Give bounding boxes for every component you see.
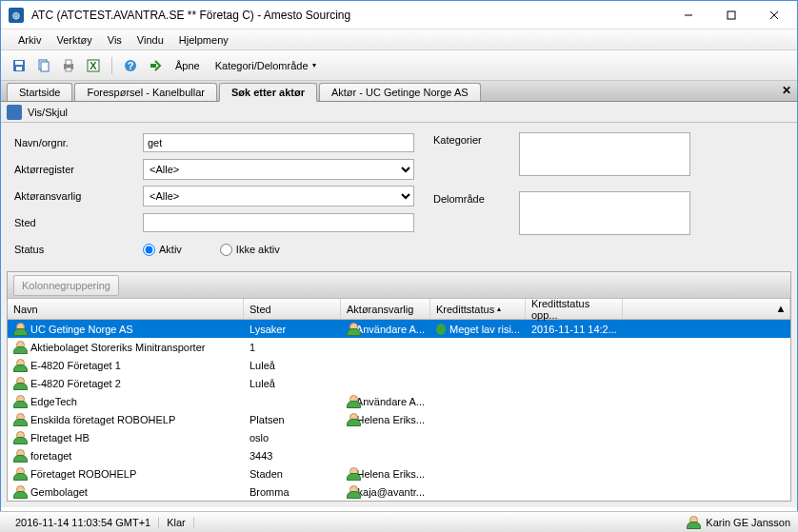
col-sted[interactable]: Sted — [244, 299, 341, 319]
search-form: Navn/orgnr. Aktørregister <Alle> Aktøran… — [1, 123, 797, 271]
svg-rect-1 — [728, 11, 735, 19]
table-row[interactable]: Aktiebolaget Storeriks Minitransporter1 — [8, 338, 790, 356]
menubar: Arkiv Verktøy Vis Vindu Hjelpmeny — [1, 30, 797, 50]
svg-rect-6 — [16, 67, 22, 70]
person-icon — [347, 323, 352, 336]
menu-hjelpmeny[interactable]: Hjelpmeny — [171, 31, 236, 49]
person-icon — [347, 413, 352, 426]
status-state: Klar — [159, 517, 194, 528]
sted-input[interactable] — [143, 213, 414, 232]
tab-startside[interactable]: Startside — [7, 83, 72, 101]
person-icon — [13, 431, 27, 444]
kategorier-input[interactable] — [519, 132, 690, 176]
table-row[interactable]: E-4820 Företaget 2Luleå — [8, 374, 790, 392]
grouping-bar: Kolonnegruppering — [8, 272, 790, 299]
person-icon — [347, 485, 354, 499]
grid-body[interactable]: UC Getinge Norge ASLysakerAnvändare A...… — [8, 320, 790, 501]
person-icon — [13, 395, 27, 408]
tab-aktor-uc[interactable]: Aktør - UC Getinge Norge AS — [319, 83, 481, 101]
delomrade-input[interactable] — [519, 191, 690, 235]
apne-label: Åpne — [175, 60, 200, 71]
person-icon — [13, 377, 27, 390]
tab-sok-etter-aktor[interactable]: Søk etter aktør — [219, 83, 317, 102]
table-row[interactable]: Företaget ROBOHELPStadenHelena Eriks... — [8, 464, 790, 483]
excel-icon[interactable]: X — [83, 55, 104, 76]
table-row[interactable]: Enskilda företaget ROBOHELPPlatsenHelena… — [8, 410, 790, 428]
close-button[interactable] — [752, 2, 795, 29]
aktoransvarlig-label: Aktøransvarlig — [14, 190, 143, 202]
print-icon[interactable] — [58, 55, 79, 76]
person-icon — [13, 323, 27, 336]
kategori-dropdown[interactable]: Kategori/Delområde▾ — [209, 60, 322, 71]
kategorier-label: Kategorier — [433, 132, 519, 146]
svg-text:X: X — [90, 60, 97, 71]
statusbar: 2016-11-14 11:03:54 GMT+1 Klar Karin GE … — [0, 511, 798, 532]
results-area: Kolonnegruppering ▲ Navn Sted Aktøransva… — [1, 271, 797, 507]
save-icon[interactable] — [9, 55, 30, 76]
status-dot-icon — [436, 324, 446, 335]
kategori-label: Kategori/Delområde — [215, 60, 309, 71]
status-time: 2016-11-14 11:03:54 GMT+1 — [8, 517, 159, 528]
tab-close-icon[interactable]: ✕ — [782, 84, 791, 97]
table-row[interactable]: E-4820 Företaget 1Luleå — [8, 356, 790, 374]
col-spacer — [623, 299, 790, 319]
menu-arkiv[interactable]: Arkiv — [10, 31, 49, 49]
table-row[interactable]: EdgeTechAnvändare A... — [8, 392, 790, 410]
col-aktoransvarlig[interactable]: Aktøransvarlig — [341, 299, 430, 319]
minimize-button[interactable] — [667, 2, 709, 29]
person-icon — [347, 467, 352, 481]
delomrade-label: Delområde — [433, 191, 519, 205]
table-row[interactable]: foretaget3443 — [8, 446, 790, 464]
status-user: Karin GE Jansson — [687, 516, 790, 529]
person-icon — [13, 341, 27, 354]
svg-rect-5 — [15, 61, 23, 65]
navn-input[interactable] — [143, 133, 414, 152]
apne-button[interactable]: Åpne — [170, 60, 206, 71]
sort-icon: ▴ — [497, 305, 501, 313]
person-icon — [13, 359, 27, 372]
aktorregister-label: Aktørregister — [14, 164, 143, 175]
toggle-icon[interactable] — [7, 105, 22, 120]
menu-vindu[interactable]: Vindu — [130, 31, 171, 49]
kolonnegruppering-button[interactable]: Kolonnegruppering — [13, 275, 119, 296]
window-title: ATC (ATCTEST.AVANTRA.SE ** Företag C) - … — [31, 9, 667, 22]
svg-rect-10 — [66, 60, 71, 65]
menu-verktoy[interactable]: Verktøy — [49, 31, 99, 49]
person-icon — [13, 413, 27, 426]
vis-skjul-button[interactable]: Vis/Skjul — [28, 107, 68, 118]
ikke-aktiv-radio[interactable]: Ikke aktiv — [220, 244, 280, 256]
aktoransvarlig-select[interactable]: <Alle> — [143, 186, 414, 207]
svg-rect-11 — [66, 68, 71, 71]
tab-foresporsel[interactable]: Forespørsel - Kanelbullar — [74, 83, 217, 101]
svg-text:?: ? — [128, 60, 134, 71]
help-icon[interactable]: ? — [120, 55, 141, 76]
maximize-button[interactable] — [709, 2, 752, 29]
table-row[interactable]: GembolagetBrommakaja@avantr... — [8, 483, 790, 501]
chevron-down-icon: ▾ — [312, 61, 316, 69]
refresh-icon[interactable] — [145, 55, 166, 76]
aktorregister-select[interactable]: <Alle> — [143, 159, 414, 180]
person-icon — [347, 395, 352, 408]
tab-bar: Startside Forespørsel - Kanelbullar Søk … — [1, 81, 797, 102]
table-row[interactable]: UC Getinge Norge ASLysakerAnvändare A...… — [8, 320, 790, 338]
person-icon — [13, 467, 27, 481]
grid-header: Navn Sted Aktøransvarlig Kredittstatus▴ … — [8, 299, 790, 320]
col-kredittstatus[interactable]: Kredittstatus▴ — [430, 299, 526, 319]
person-icon — [13, 485, 27, 499]
table-row[interactable]: Flretaget HBoslo — [8, 428, 790, 446]
copy-icon[interactable] — [33, 55, 54, 76]
sted-label: Sted — [14, 217, 143, 228]
aktiv-radio[interactable]: Aktiv — [143, 244, 182, 256]
navn-label: Navn/orgnr. — [14, 137, 143, 148]
titlebar: ◎ ATC (ATCTEST.AVANTRA.SE ** Företag C) … — [1, 1, 797, 30]
col-navn[interactable]: Navn — [8, 299, 244, 319]
user-icon — [687, 516, 700, 529]
scroll-up-icon[interactable]: ▲ — [773, 301, 788, 316]
col-kredittopp[interactable]: Kredittstatus opp... — [526, 299, 623, 319]
person-icon — [13, 449, 27, 463]
toolbar: X ? Åpne Kategori/Delområde▾ — [1, 50, 797, 81]
subtoolbar: Vis/Skjul — [1, 102, 797, 123]
svg-rect-16 — [150, 64, 156, 68]
status-label: Status — [14, 244, 143, 255]
menu-vis[interactable]: Vis — [100, 31, 130, 49]
